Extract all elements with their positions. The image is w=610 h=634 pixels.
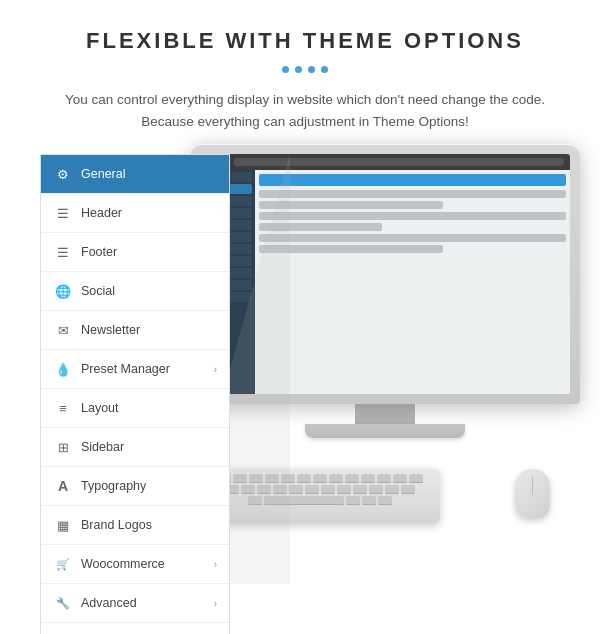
- key: [362, 496, 376, 504]
- key: [233, 474, 247, 482]
- key: [346, 496, 360, 504]
- sidebar-label-sidebar: Sidebar: [81, 440, 217, 454]
- monitor-neck-piece: [355, 404, 415, 424]
- sidebar-item-general[interactable]: ⚙ General: [41, 155, 229, 194]
- key: [265, 474, 279, 482]
- monitor-base-piece: [305, 424, 465, 438]
- sidebar-item-import-export[interactable]: ↻ Import / Export: [41, 623, 229, 634]
- screen-form-row-3: [259, 212, 566, 220]
- keyboard-area: [200, 469, 460, 524]
- screen-form-row-4: [259, 223, 382, 231]
- sidebar-icon: ⊞: [53, 437, 73, 457]
- sidebar-label-header: Header: [81, 206, 217, 220]
- keyboard: [200, 469, 440, 524]
- dot-1: [282, 66, 289, 73]
- gear-icon: ⚙: [53, 164, 73, 184]
- key: [273, 485, 287, 493]
- sidebar-label-social: Social: [81, 284, 217, 298]
- globe-icon: 🌐: [53, 281, 73, 301]
- key-row-3: [205, 496, 435, 504]
- sidebar-label-brand-logos: Brand Logos: [81, 518, 217, 532]
- sidebar-item-header[interactable]: ☰ Header: [41, 194, 229, 233]
- key: [409, 474, 423, 482]
- sidebar-label-general: General: [81, 167, 217, 181]
- monitor-neck: [190, 404, 580, 424]
- typography-icon: A: [53, 476, 73, 496]
- sidebar-label-newsletter: Newsletter: [81, 323, 217, 337]
- key: [337, 485, 351, 493]
- sidebar-item-social[interactable]: 🌐 Social: [41, 272, 229, 311]
- brand-logos-icon: ▦: [53, 515, 73, 535]
- screen-form-row-5: [259, 234, 566, 242]
- key: [377, 474, 391, 482]
- key: [329, 474, 343, 482]
- key-row-2: [205, 485, 435, 493]
- sidebar-item-footer[interactable]: ☰ Footer: [41, 233, 229, 272]
- screen-url-bar: [234, 158, 564, 166]
- cart-icon: 🛒: [53, 554, 73, 574]
- screen-main-header: [259, 174, 566, 186]
- screen-form-row-1: [259, 190, 566, 198]
- spacebar-key: [264, 496, 344, 504]
- chevron-down-icon-adv: ›: [214, 598, 217, 609]
- screen-form-row-6: [259, 245, 443, 253]
- decorative-dots: [282, 66, 328, 73]
- sidebar-item-brand-logos[interactable]: ▦ Brand Logos: [41, 506, 229, 545]
- key: [313, 474, 327, 482]
- key: [281, 474, 295, 482]
- content-area: ⚙ General ☰ Header ☰ Footer 🌐 Social ✉ N…: [40, 154, 570, 634]
- key: [248, 496, 262, 504]
- header-icon: ☰: [53, 203, 73, 223]
- footer-icon: ☰: [53, 242, 73, 262]
- dot-4: [321, 66, 328, 73]
- screen-body: [200, 170, 570, 394]
- subtitle-text: You can control everything display in we…: [55, 89, 555, 132]
- sidebar-label-footer: Footer: [81, 245, 217, 259]
- key: [305, 485, 319, 493]
- dot-2: [295, 66, 302, 73]
- dot-3: [308, 66, 315, 73]
- chevron-down-icon-woo: ›: [214, 559, 217, 570]
- mouse: [515, 469, 550, 519]
- sidebar-label-layout: Layout: [81, 401, 217, 415]
- key: [241, 485, 255, 493]
- screen-topbar: [200, 154, 570, 170]
- monitor-screen: [200, 154, 570, 394]
- key: [353, 485, 367, 493]
- page-container: FLEXIBLE WITH THEME OPTIONS You can cont…: [0, 0, 610, 634]
- wrench-icon: 🔧: [53, 593, 73, 613]
- key: [393, 474, 407, 482]
- sidebar-item-advanced[interactable]: 🔧 Advanced ›: [41, 584, 229, 623]
- screen-content: [200, 154, 570, 394]
- screen-main-area: [255, 170, 570, 394]
- key: [289, 485, 303, 493]
- sidebar-item-newsletter[interactable]: ✉ Newsletter: [41, 311, 229, 350]
- screen-form-row-2: [259, 201, 443, 209]
- key: [345, 474, 359, 482]
- monitor-outer: [190, 144, 580, 404]
- key: [385, 485, 399, 493]
- key: [321, 485, 335, 493]
- key: [361, 474, 375, 482]
- key: [369, 485, 383, 493]
- tint-icon: 💧: [53, 359, 73, 379]
- key-row-1: [205, 474, 435, 482]
- key: [297, 474, 311, 482]
- envelope-icon: ✉: [53, 320, 73, 340]
- sidebar-item-woocommerce[interactable]: 🛒 Woocommerce ›: [41, 545, 229, 584]
- sidebar-label-woocommerce: Woocommerce: [81, 557, 210, 571]
- key: [378, 496, 392, 504]
- chevron-down-icon: ›: [214, 364, 217, 375]
- layout-icon: ≡: [53, 398, 73, 418]
- sidebar-item-sidebar[interactable]: ⊞ Sidebar: [41, 428, 229, 467]
- page-title: FLEXIBLE WITH THEME OPTIONS: [86, 28, 524, 54]
- sidebar-item-preset-manager[interactable]: 💧 Preset Manager ›: [41, 350, 229, 389]
- sidebar-label-preset-manager: Preset Manager: [81, 362, 210, 376]
- monitor: : [190, 144, 590, 454]
- sidebar-label-typography: Typography: [81, 479, 217, 493]
- monitor-base: [190, 424, 580, 438]
- sidebar-item-typography[interactable]: A Typography: [41, 467, 229, 506]
- monitor-wrapper: : [190, 144, 600, 504]
- key: [401, 485, 415, 493]
- sidebar-item-layout[interactable]: ≡ Layout: [41, 389, 229, 428]
